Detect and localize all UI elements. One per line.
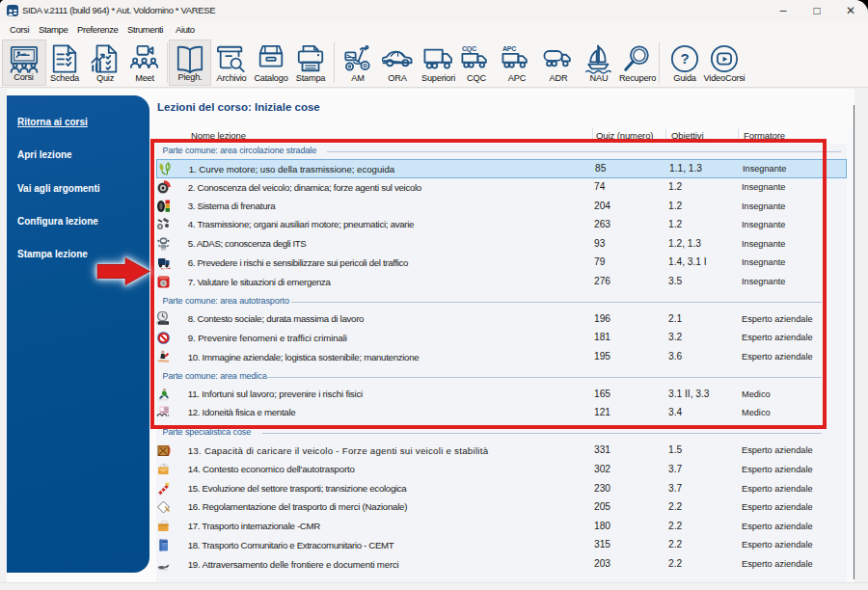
svg-text:?: ? bbox=[680, 50, 689, 67]
svg-text:APC: APC bbox=[502, 45, 516, 52]
svg-text:CQC: CQC bbox=[462, 45, 476, 53]
